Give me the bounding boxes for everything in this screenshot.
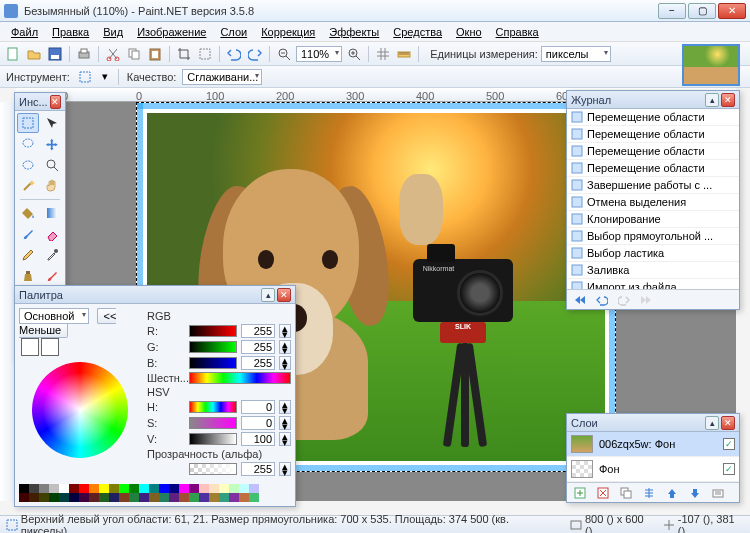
history-item[interactable]: Перемещение области xyxy=(567,109,739,126)
menu-file[interactable]: Файл xyxy=(4,24,45,40)
h-spin[interactable]: ▴▾ xyxy=(279,400,291,414)
palette-swatch[interactable] xyxy=(99,484,109,493)
palette-swatch[interactable] xyxy=(179,484,189,493)
tool-dropdown-icon[interactable]: ▾ xyxy=(100,68,110,86)
layers-panel-roll[interactable]: ▴ xyxy=(705,416,719,430)
b-spin[interactable]: ▴▾ xyxy=(279,356,291,370)
palette-swatch[interactable] xyxy=(209,493,219,502)
menu-view[interactable]: Вид xyxy=(96,24,130,40)
window-maximize-button[interactable]: ▢ xyxy=(688,3,716,19)
palette-swatch[interactable] xyxy=(89,484,99,493)
palette-swatch[interactable] xyxy=(149,484,159,493)
print-button[interactable] xyxy=(75,45,93,63)
menu-layers[interactable]: Слои xyxy=(213,24,254,40)
tool-magic-wand[interactable] xyxy=(17,176,39,196)
new-button[interactable] xyxy=(4,45,22,63)
palette-swatch[interactable] xyxy=(69,493,79,502)
palette-swatch[interactable] xyxy=(199,484,209,493)
save-button[interactable] xyxy=(46,45,64,63)
palette-swatch[interactable] xyxy=(209,484,219,493)
palette-swatch[interactable] xyxy=(59,484,69,493)
h-slider[interactable] xyxy=(189,401,237,413)
r-value[interactable]: 255 xyxy=(241,324,275,338)
history-item[interactable]: Отмена выделения xyxy=(567,194,739,211)
palette-grid[interactable] xyxy=(19,484,259,502)
g-spin[interactable]: ▴▾ xyxy=(279,340,291,354)
tool-recolor[interactable] xyxy=(41,266,63,286)
grid-button[interactable] xyxy=(374,45,392,63)
layer-row[interactable]: Фон✓ xyxy=(567,457,739,482)
crop-button[interactable] xyxy=(175,45,193,63)
palette-swatch[interactable] xyxy=(109,493,119,502)
document-thumbnail[interactable] xyxy=(682,44,740,86)
menu-image[interactable]: Изображение xyxy=(130,24,213,40)
layers-panel-close[interactable]: ✕ xyxy=(721,416,735,430)
menu-tools[interactable]: Средства xyxy=(386,24,449,40)
colors-panel-close[interactable]: ✕ xyxy=(277,288,291,302)
palette-swatch[interactable] xyxy=(239,493,249,502)
window-minimize-button[interactable]: − xyxy=(658,3,686,19)
secondary-color-swatch[interactable] xyxy=(41,338,59,356)
history-redo[interactable] xyxy=(615,291,633,309)
redo-button[interactable] xyxy=(246,45,264,63)
tool-eraser[interactable] xyxy=(41,224,63,244)
palette-swatch[interactable] xyxy=(249,493,259,502)
tool-move-selection[interactable] xyxy=(41,113,63,133)
menu-help[interactable]: Справка xyxy=(489,24,546,40)
history-item[interactable]: Клонирование xyxy=(567,211,739,228)
layer-properties[interactable] xyxy=(709,484,727,502)
alpha-spin[interactable]: ▴▾ xyxy=(279,462,291,476)
palette-swatch[interactable] xyxy=(99,493,109,502)
palette-swatch[interactable] xyxy=(219,493,229,502)
palette-swatch[interactable] xyxy=(169,484,179,493)
palette-swatch[interactable] xyxy=(59,493,69,502)
history-item[interactable]: Выбор ластика xyxy=(567,245,739,262)
menu-window[interactable]: Окно xyxy=(449,24,489,40)
palette-swatch[interactable] xyxy=(29,493,39,502)
palette-swatch[interactable] xyxy=(249,484,259,493)
history-item[interactable]: Перемещение области xyxy=(567,143,739,160)
g-value[interactable]: 255 xyxy=(241,340,275,354)
undo-button[interactable] xyxy=(225,45,243,63)
b-value[interactable]: 255 xyxy=(241,356,275,370)
palette-swatch[interactable] xyxy=(189,493,199,502)
palette-swatch[interactable] xyxy=(129,484,139,493)
palette-swatch[interactable] xyxy=(129,493,139,502)
primary-color-swatch[interactable] xyxy=(21,338,39,356)
alpha-value[interactable]: 255 xyxy=(241,462,275,476)
v-slider[interactable] xyxy=(189,433,237,445)
palette-swatch[interactable] xyxy=(169,493,179,502)
copy-button[interactable] xyxy=(125,45,143,63)
menu-adjust[interactable]: Коррекция xyxy=(254,24,322,40)
history-item[interactable]: Перемещение области xyxy=(567,160,739,177)
zoom-combo[interactable]: 110% xyxy=(296,46,342,62)
paste-button[interactable] xyxy=(146,45,164,63)
palette-swatch[interactable] xyxy=(119,484,129,493)
v-value[interactable]: 100 xyxy=(241,432,275,446)
palette-swatch[interactable] xyxy=(199,493,209,502)
history-rewind[interactable] xyxy=(571,291,589,309)
history-forward[interactable] xyxy=(637,291,655,309)
color-mode-combo[interactable]: Основной xyxy=(19,308,89,324)
history-item[interactable]: Выбор прямоугольной ... xyxy=(567,228,739,245)
history-undo[interactable] xyxy=(593,291,611,309)
palette-swatch[interactable] xyxy=(159,484,169,493)
palette-swatch[interactable] xyxy=(79,484,89,493)
tool-pan[interactable] xyxy=(41,176,63,196)
history-panel-roll[interactable]: ▴ xyxy=(705,93,719,107)
layer-merge[interactable] xyxy=(640,484,658,502)
zoom-out-button[interactable] xyxy=(275,45,293,63)
palette-swatch[interactable] xyxy=(229,484,239,493)
palette-swatch[interactable] xyxy=(69,484,79,493)
history-item[interactable]: Завершение работы с ... xyxy=(567,177,739,194)
layer-row[interactable]: 006zqx5w: Фон✓ xyxy=(567,432,739,457)
open-button[interactable] xyxy=(25,45,43,63)
history-list[interactable]: Перемещение областиПеремещение областиПе… xyxy=(567,109,739,289)
tool-picker[interactable] xyxy=(41,245,63,265)
menu-effects[interactable]: Эффекты xyxy=(322,24,386,40)
current-tool-icon[interactable] xyxy=(76,68,94,86)
color-wheel[interactable] xyxy=(32,362,128,458)
tool-zoom[interactable] xyxy=(41,155,63,175)
palette-swatch[interactable] xyxy=(19,493,29,502)
palette-swatch[interactable] xyxy=(89,493,99,502)
